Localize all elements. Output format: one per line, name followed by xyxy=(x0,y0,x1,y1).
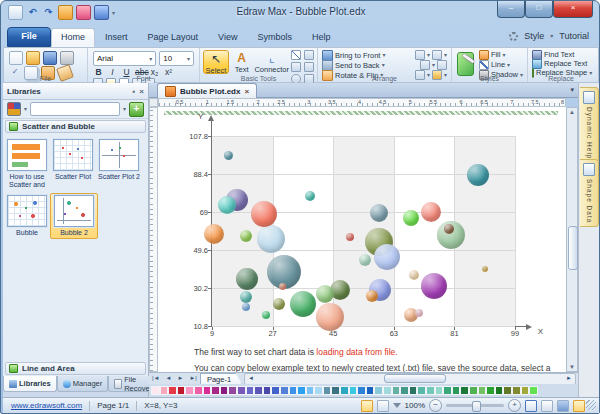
curve-tool-icon[interactable] xyxy=(304,50,314,60)
scroll-down-icon[interactable]: ▼ xyxy=(567,364,577,370)
palette-swatch-41[interactable] xyxy=(503,386,512,395)
palette-swatch-44[interactable] xyxy=(529,386,538,395)
palette-swatch-38[interactable] xyxy=(478,386,487,395)
zoom-area-icon[interactable] xyxy=(541,400,553,412)
chart-bubble[interactable] xyxy=(374,244,400,270)
palette-swatch-37[interactable] xyxy=(469,386,478,395)
zoom-slider-thumb[interactable] xyxy=(472,401,481,412)
palette-swatch-21[interactable] xyxy=(331,386,340,395)
section-line-and-area[interactable]: Line and Area xyxy=(5,362,146,375)
panel-tab-libraries[interactable]: Libraries xyxy=(3,376,57,392)
last-page-button[interactable]: ►| xyxy=(186,373,200,384)
add-library-button[interactable]: + xyxy=(129,102,144,117)
select-tool-button[interactable]: ↖ Select xyxy=(203,50,229,74)
print-icon[interactable] xyxy=(60,51,74,65)
vertical-scroll-thumb[interactable] xyxy=(568,226,578,270)
first-page-button[interactable]: |◄ xyxy=(149,373,163,384)
page-tab[interactable]: Page-1 xyxy=(200,373,242,385)
zoom-in-button[interactable]: + xyxy=(508,399,521,412)
palette-swatch-20[interactable] xyxy=(323,386,332,395)
palette-swatch-27[interactable] xyxy=(383,386,392,395)
palette-swatch-23[interactable] xyxy=(349,386,358,395)
library-item-bubble-2[interactable]: Bubble 2 xyxy=(50,193,98,239)
palette-swatch-5[interactable] xyxy=(194,386,203,395)
rectangle-tool-icon[interactable] xyxy=(291,62,301,72)
find-text-button[interactable]: Find Text xyxy=(532,50,590,59)
palette-swatch-16[interactable] xyxy=(289,386,298,395)
library-picker-icon[interactable] xyxy=(7,102,21,116)
palette-swatch-29[interactable] xyxy=(400,386,409,395)
palette-swatch-2[interactable] xyxy=(168,386,177,395)
horizontal-scroll-thumb[interactable] xyxy=(384,374,446,383)
palette-swatch-28[interactable] xyxy=(392,386,401,395)
palette-swatch-1[interactable] xyxy=(160,386,169,395)
chart-bubble[interactable] xyxy=(240,291,252,303)
new-icon[interactable] xyxy=(9,51,23,65)
normal-view-icon[interactable] xyxy=(361,400,373,412)
fill-button[interactable]: Fill▾ xyxy=(479,50,523,59)
palette-swatch-32[interactable] xyxy=(426,386,435,395)
delete-tool-icon[interactable] xyxy=(304,62,314,72)
library-item-scatter-plot[interactable]: Scatter Plot xyxy=(50,137,96,191)
palette-swatch-43[interactable] xyxy=(521,386,530,395)
palette-swatch-8[interactable] xyxy=(220,386,229,395)
chart-bubble[interactable] xyxy=(224,151,233,160)
scroll-right-icon[interactable]: ► xyxy=(563,373,575,384)
chart-bubble[interactable] xyxy=(409,270,419,280)
palette-swatch-9[interactable] xyxy=(228,386,237,395)
document-tab[interactable]: Bubble Plot.edx × xyxy=(157,83,257,98)
palette-swatch-42[interactable] xyxy=(512,386,521,395)
palette-swatch-10[interactable] xyxy=(237,386,246,395)
edrawsoft-link[interactable]: www.edrawsoft.com xyxy=(11,401,82,410)
minimize-button[interactable]: – xyxy=(497,1,525,18)
grid-view-icon[interactable] xyxy=(557,400,569,412)
vertical-ruler[interactable] xyxy=(149,107,158,372)
tab-help[interactable]: Help xyxy=(302,28,341,47)
line-tool-icon[interactable] xyxy=(291,50,301,60)
chart-bubble[interactable] xyxy=(467,164,489,186)
zoom-out-button[interactable]: − xyxy=(429,399,442,412)
chart-bubble[interactable] xyxy=(421,202,441,222)
tab-symbols[interactable]: Symbols xyxy=(247,28,302,47)
library-search-combo[interactable] xyxy=(30,102,120,116)
palette-swatch-0[interactable] xyxy=(151,386,160,395)
chart-bubble[interactable] xyxy=(415,309,423,317)
palette-swatch-31[interactable] xyxy=(417,386,426,395)
panel-close-icon[interactable]: × xyxy=(139,87,144,96)
prev-page-button[interactable]: ◄ xyxy=(163,373,175,384)
palette-swatch-14[interactable] xyxy=(271,386,280,395)
palette-swatch-4[interactable] xyxy=(185,386,194,395)
palette-swatch-24[interactable] xyxy=(357,386,366,395)
chart-bubble[interactable] xyxy=(236,268,258,290)
pan-window-icon[interactable] xyxy=(573,400,585,412)
group-icon[interactable] xyxy=(415,50,425,60)
horizontal-scrollbar[interactable]: ◄ ► xyxy=(244,373,576,385)
palette-swatch-6[interactable] xyxy=(203,386,212,395)
palette-swatch-19[interactable] xyxy=(314,386,323,395)
library-item-how-to-use-scatter-and[interactable]: How to use Scatter and xyxy=(4,137,50,191)
save-icon[interactable] xyxy=(43,51,57,65)
palette-swatch-35[interactable] xyxy=(452,386,461,395)
palette-swatch-39[interactable] xyxy=(486,386,495,395)
tab-view[interactable]: View xyxy=(208,28,247,47)
palette-swatch-36[interactable] xyxy=(460,386,469,395)
fit-page-icon[interactable] xyxy=(525,400,537,412)
section-scatter-bubble[interactable]: Scatter and Bubble xyxy=(5,120,146,133)
tabbar-overflow-icon[interactable]: ▾ xyxy=(570,86,574,94)
chart-bubble[interactable] xyxy=(240,230,252,242)
chart-bubble[interactable] xyxy=(316,303,344,331)
filter-icon[interactable] xyxy=(393,403,401,412)
styles-gallery-icon[interactable] xyxy=(457,52,474,76)
library-picker-dropdown[interactable]: ▾ xyxy=(24,103,27,115)
style-dropdown-icon[interactable]: ▾ xyxy=(550,30,553,42)
tutorial-menu[interactable]: Tutorial xyxy=(559,31,589,41)
palette-swatch-18[interactable] xyxy=(306,386,315,395)
resize-grip[interactable] xyxy=(586,400,596,410)
library-item-bubble[interactable]: Bubble xyxy=(4,193,50,239)
palette-swatch-34[interactable] xyxy=(443,386,452,395)
chart-bubble[interactable] xyxy=(262,311,270,319)
zoom-slider[interactable] xyxy=(446,404,504,407)
scroll-left-icon[interactable]: ◄ xyxy=(245,373,257,384)
chart-bubble[interactable] xyxy=(242,303,250,311)
font-size-select[interactable]: 10▾ xyxy=(159,51,194,66)
